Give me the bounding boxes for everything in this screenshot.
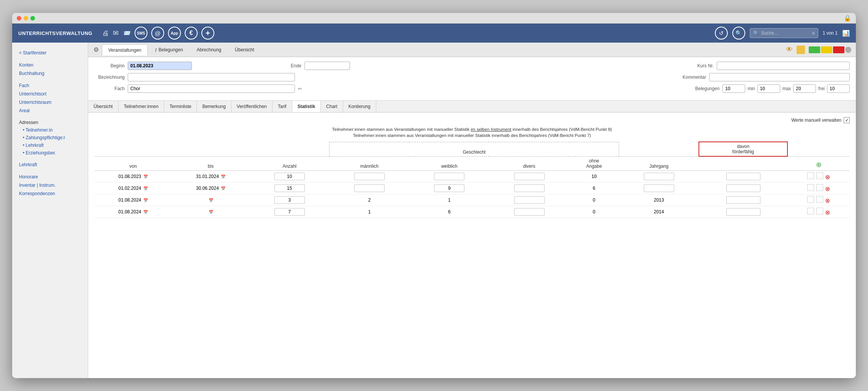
input-anzahl-2[interactable] [274,184,305,192]
input-foerder-4[interactable] [726,208,760,216]
beginn-input[interactable] [128,62,192,70]
max-input[interactable] [793,84,816,93]
input-anzahl-4[interactable] [274,208,305,216]
sidebar-item-erziehungsber[interactable]: • Erziehungsber. [17,149,83,157]
sidebar-item-honorare[interactable]: Honorare [17,173,83,181]
delete-row-4[interactable]: ⊗ [825,209,830,216]
cal-von-1[interactable]: 📅 [143,175,148,179]
inner-tab-veroeffentlichen[interactable]: Veröffentlichen [231,101,272,112]
ende-input[interactable] [304,62,350,70]
inner-tab-kontierung[interactable]: Kontierung [343,101,376,112]
input-anzahl-1[interactable] [274,173,305,180]
cal-bis-1[interactable]: 📅 [221,175,225,179]
sidebar-item-areal[interactable]: Areal [17,106,83,115]
table-row: 01.02.2024 📅 30.06.2024 📅 [94,182,850,194]
sidebar-item-fach[interactable]: Fach [17,81,83,90]
delete-row-1[interactable]: ⊗ [825,174,830,180]
input-jahrgang-1[interactable] [644,173,674,180]
sms-button[interactable]: SMS [135,27,147,40]
maximize-button[interactable] [30,16,35,21]
bar-chart-icon: 📊 [842,30,850,37]
minimize-button[interactable] [24,16,28,21]
min-input[interactable] [757,84,780,93]
inner-tab-uebersicht[interactable]: Übersicht [88,101,119,112]
mail-icon[interactable]: 📨 [122,29,131,37]
input-divers-1[interactable] [514,173,545,180]
inner-tab-chart[interactable]: Chart [321,101,343,112]
cal-von-2[interactable]: 📅 [143,186,148,191]
input-foerder-1[interactable] [726,173,760,180]
close-button[interactable] [17,16,21,21]
sidebar-item-unterrichtsort[interactable]: Unterrichtsort [17,90,83,98]
mail-open-icon[interactable]: ✉ [113,29,119,37]
delete-row-2[interactable]: ⊗ [825,186,830,192]
cell-foerder-4 [699,206,787,218]
sidebar-item-konten[interactable]: Konten [17,61,83,69]
sidebar-item-back[interactable]: < Startfenster [17,49,83,57]
tab-belegungen[interactable]: ƒBelegungen [149,44,190,56]
inner-tab-terminliste[interactable]: Terminliste [164,101,197,112]
sidebar-item-teilnehmer[interactable]: • Teilnehmer:in [17,126,83,134]
edit-fach-button[interactable]: ✏ [298,86,302,92]
sidebar-item-inventar[interactable]: Inventar | Instrum. [17,181,83,189]
sidebar-item-zahlungspflichtige[interactable]: • Zahlungspflichtige:r [17,134,83,141]
tab-veranstaltungen[interactable]: Veranstaltungen [102,44,148,56]
input-divers-4[interactable] [514,208,545,216]
input-maennlich-2[interactable] [354,184,385,192]
kurs-nr-input[interactable] [717,62,850,70]
inner-tab-bemerkung[interactable]: Bemerkung [197,101,231,112]
eye-icon[interactable]: 👁 [786,46,793,54]
input-foerder-2[interactable] [726,184,760,192]
search-input[interactable] [761,30,810,36]
euro-button[interactable]: € [185,27,198,40]
inner-tab-statistik[interactable]: Statistik [292,101,321,112]
input-anzahl-3[interactable] [274,196,305,204]
belegungen-row: min max frei [722,84,850,93]
cal-bis-4[interactable]: 📅 [209,210,213,214]
kommentar-input[interactable] [709,73,850,81]
gear-button[interactable]: ⚙ [90,45,102,55]
cal-von-4[interactable]: 📅 [143,210,148,214]
col-jahrgang: Jahrgang [619,156,699,170]
cell-ohne-4: 0 [569,206,619,218]
input-weiblich-2[interactable] [434,184,464,192]
sidebar-item-unterrichtsraum[interactable]: Unterrichtsraum [17,98,83,106]
cal-bis-3[interactable]: 📅 [209,198,213,202]
topbar: UNTERRICHTSVERWALTUNG 🖨 ✉ 📨 SMS @ App € … [12,24,856,43]
main-layout: < Startfenster Konten Buchhaltung Fach U… [12,43,856,378]
werte-checkbox[interactable]: ✓ [844,117,850,123]
fach-input[interactable] [128,84,295,93]
search-button[interactable]: 🔍 [732,27,745,40]
tab-uebersicht[interactable]: Übersicht [228,44,261,56]
at-button[interactable]: @ [151,27,164,40]
sidebar-item-lehrkraft[interactable]: Lehrkraft [17,161,83,169]
cell-weiblich-1 [409,170,489,182]
belegungen-input[interactable] [722,84,745,93]
input-weiblich-1[interactable] [434,173,464,180]
refresh-button[interactable]: ↺ [715,27,728,40]
input-jahrgang-2[interactable] [644,184,674,192]
app-button[interactable]: App [168,27,181,40]
belegungen-label: Belegungen [689,86,719,91]
bezeichnung-input[interactable] [128,73,295,81]
cal-von-3[interactable]: 📅 [143,198,148,202]
sidebar-item-korrespondenzen[interactable]: Korrespondenzen [17,189,83,198]
frei-input[interactable] [827,84,850,93]
printer-icon[interactable]: 🖨 [102,29,109,37]
input-divers-3[interactable] [514,196,545,204]
sidebar-item-buchhaltung[interactable]: Buchhaltung [17,69,83,78]
input-divers-2[interactable] [514,184,545,192]
cal-bis-2[interactable]: 📅 [221,186,225,191]
input-maennlich-1[interactable] [354,173,385,180]
note-icon[interactable] [797,46,805,54]
sidebar-item-lehrkraft-adr[interactable]: • Lehrkraft [17,141,83,149]
plus-button[interactable]: + [201,27,214,40]
col-header-empty-1 [94,142,250,156]
inner-tab-teilnehmer[interactable]: Teilnehmer:innen [119,101,164,112]
add-row-button[interactable]: ⊕ [816,161,822,168]
tab-abrechnung[interactable]: Abrechnung [190,44,228,56]
delete-row-3[interactable]: ⊗ [825,197,830,204]
col-von: von [94,156,172,170]
input-foerder-3[interactable] [726,196,760,204]
inner-tab-tarif[interactable]: Tarif [272,101,292,112]
